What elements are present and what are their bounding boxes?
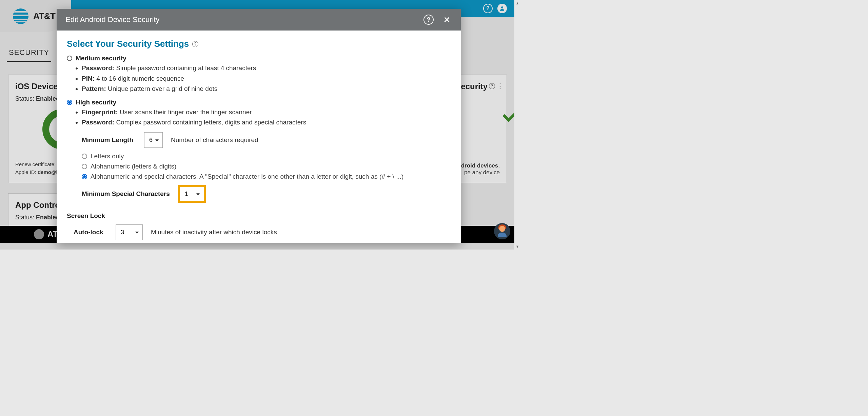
close-icon[interactable] bbox=[442, 15, 452, 25]
minimum-length-row: Minimum Length 6 Number of characters re… bbox=[82, 132, 451, 148]
radio-high-security[interactable]: High security bbox=[67, 99, 451, 106]
min-length-hint: Number of characters required bbox=[171, 136, 258, 144]
min-length-label: Minimum Length bbox=[82, 136, 136, 144]
radio-icon[interactable] bbox=[67, 56, 72, 61]
auto-lock-row: Auto-lock 3 Minutes of inactivity after … bbox=[74, 224, 451, 240]
radio-icon[interactable] bbox=[82, 164, 87, 169]
scroll-down-icon[interactable]: ▼ bbox=[514, 243, 520, 250]
modal-body[interactable]: Select Your Security Settings ? Medium s… bbox=[57, 31, 461, 243]
screen-lock-heading: Screen Lock bbox=[67, 212, 451, 220]
radio-icon[interactable] bbox=[82, 174, 87, 179]
min-special-chars-row: Minimum Special Characters 1 bbox=[82, 185, 451, 203]
auto-lock-select[interactable]: 3 bbox=[116, 224, 143, 240]
min-length-select[interactable]: 6 bbox=[144, 132, 163, 148]
medium-security-details: Password: Simple password containing at … bbox=[82, 63, 451, 94]
settings-heading: Select Your Security Settings ? bbox=[67, 39, 451, 49]
support-avatar-button[interactable] bbox=[494, 223, 510, 239]
radio-medium-security[interactable]: Medium security bbox=[67, 55, 451, 62]
radio-icon[interactable] bbox=[67, 100, 72, 105]
modal-title: Edit Android Device Security bbox=[65, 15, 160, 24]
radio-icon[interactable] bbox=[82, 154, 87, 159]
radio-letters-only[interactable]: Letters only bbox=[82, 153, 451, 160]
help-icon[interactable]: ? bbox=[192, 41, 198, 47]
scroll-up-icon[interactable]: ▲ bbox=[514, 0, 520, 6]
auto-lock-label: Auto-lock bbox=[74, 229, 107, 236]
window-scrollbar[interactable]: ▲ ▼ bbox=[514, 0, 520, 250]
edit-android-modal: Edit Android Device Security ? Select Yo… bbox=[57, 9, 461, 243]
modal-header: Edit Android Device Security ? bbox=[57, 9, 461, 31]
auto-lock-hint: Minutes of inactivity after which device… bbox=[151, 229, 277, 236]
min-special-label: Minimum Special Characters bbox=[82, 190, 170, 198]
min-special-select[interactable]: 1 bbox=[180, 187, 204, 201]
high-security-details: Fingerprint: User scans their finger ove… bbox=[82, 107, 451, 127]
radio-alpha-special[interactable]: Alphanumeric and special characters. A "… bbox=[82, 173, 451, 180]
radio-alphanumeric[interactable]: Alphanumeric (letters & digits) bbox=[82, 163, 451, 170]
help-icon[interactable]: ? bbox=[423, 15, 434, 25]
highlighted-select: 1 bbox=[178, 185, 206, 203]
